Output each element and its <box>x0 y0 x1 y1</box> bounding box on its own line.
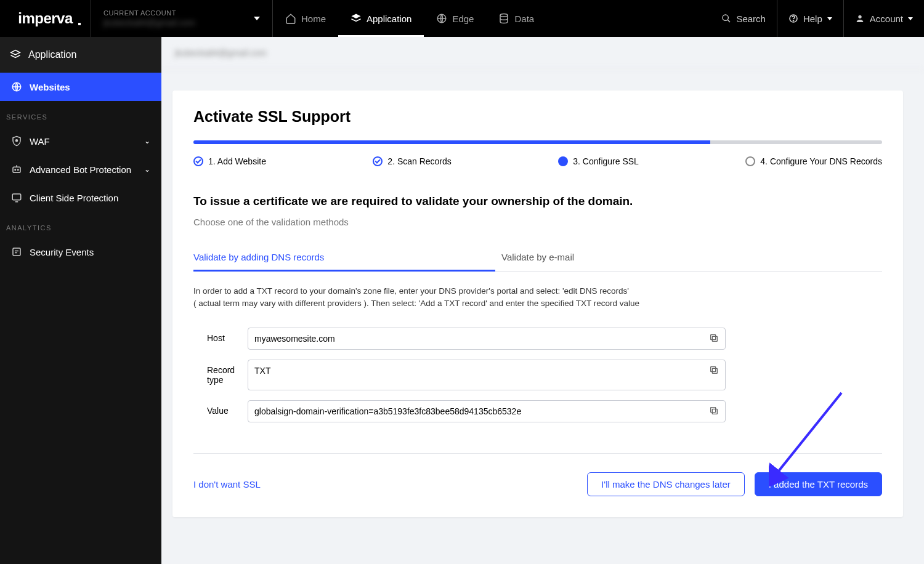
globe-icon <box>11 81 22 92</box>
added-txt-button[interactable]: I added the TXT records <box>755 472 882 496</box>
sub-text: Choose one of the validation methods <box>193 217 882 227</box>
svg-point-9 <box>15 169 16 171</box>
svg-rect-17 <box>712 409 717 414</box>
nav-home-label: Home <box>301 14 326 24</box>
card-footer: I don't want SSL I'll make the DNS chang… <box>193 453 882 496</box>
nav-application[interactable]: Application <box>338 0 424 37</box>
step-label: 1. Add Website <box>208 156 266 166</box>
sidebar-header-label: Application <box>28 49 76 60</box>
no-ssl-link[interactable]: I don't want SSL <box>193 479 261 489</box>
check-icon <box>373 156 383 166</box>
svg-rect-8 <box>13 167 20 172</box>
type-value-box[interactable]: TXT <box>248 360 726 390</box>
current-step-icon <box>558 156 568 166</box>
svg-point-10 <box>18 169 19 171</box>
svg-point-4 <box>793 20 793 21</box>
help-label: Help <box>803 14 822 24</box>
sidebar-item-csp[interactable]: Client Side Protection <box>0 183 161 212</box>
help-icon <box>788 14 798 23</box>
step-2: 2. Scan Records <box>373 156 452 166</box>
globe-icon <box>436 13 447 24</box>
validation-tabs: Validate by adding DNS records Validate … <box>193 244 882 272</box>
tab-email[interactable]: Validate by e-mail <box>495 244 797 271</box>
pending-step-icon <box>745 156 755 166</box>
step-1: 1. Add Website <box>193 156 266 166</box>
step-label: 3. Configure SSL <box>573 156 639 166</box>
layers-icon <box>10 49 21 60</box>
home-icon <box>285 13 296 24</box>
sidebar: Application Websites SERVICES WAF ⌄ Adva… <box>0 37 161 564</box>
search-icon <box>721 14 731 23</box>
value-label: Value <box>207 400 248 416</box>
page-title: Activate SSL Support <box>193 108 882 126</box>
svg-rect-14 <box>711 335 716 340</box>
sidebar-item-label: Websites <box>30 82 70 92</box>
host-value-box[interactable]: myawesomesite.com <box>248 328 726 350</box>
layers-icon <box>351 13 362 24</box>
step-4: 4. Configure Your DNS Records <box>745 156 882 166</box>
chevron-down-icon: ⌄ <box>144 137 150 145</box>
copy-icon[interactable] <box>709 365 719 375</box>
nav-data[interactable]: Data <box>486 0 546 37</box>
steps: 1. Add Website 2. Scan Records 3. Config… <box>193 156 882 166</box>
nav-home[interactable]: Home <box>273 0 338 37</box>
host-label: Host <box>207 328 248 343</box>
account-selector[interactable]: CURRENT ACCOUNT jkubecka84@gmail.com <box>91 0 273 37</box>
progress-bar <box>193 140 882 144</box>
lead-text: To issue a certificate we are required t… <box>193 195 882 208</box>
field-row-value: Value globalsign-domain-verification=a3b… <box>193 400 882 422</box>
top-bar: imperva CURRENT ACCOUNT jkubecka84@gmail… <box>0 0 924 37</box>
instructions-line-1: In order to add a TXT record to your dom… <box>193 286 629 296</box>
chevron-down-icon <box>827 17 832 20</box>
progress-fill <box>193 140 710 144</box>
account-label: Account <box>870 14 903 24</box>
instructions-line-2: ( actual term may vary with different pr… <box>193 299 639 308</box>
nav-data-label: Data <box>514 14 534 24</box>
svg-rect-15 <box>712 368 717 373</box>
account-label: CURRENT ACCOUNT <box>103 9 260 17</box>
nav-edge-label: Edge <box>452 14 474 24</box>
account-button[interactable]: Account <box>843 0 924 37</box>
nav-application-label: Application <box>367 14 411 24</box>
sidebar-item-label: Client Side Protection <box>30 193 118 203</box>
value-value: globalsign-domain-verification=a3b5193fe… <box>254 406 521 416</box>
search-button[interactable]: Search <box>710 0 777 37</box>
primary-nav: Home Application Edge Data <box>273 0 546 37</box>
svg-point-5 <box>858 15 861 18</box>
database-icon <box>498 13 509 24</box>
tab-dns[interactable]: Validate by adding DNS records <box>193 244 495 272</box>
svg-rect-18 <box>711 408 716 413</box>
copy-icon[interactable] <box>709 406 719 416</box>
events-icon <box>11 246 22 257</box>
svg-rect-13 <box>712 336 717 341</box>
sidebar-header: Application <box>0 37 161 73</box>
value-value-box[interactable]: globalsign-domain-verification=a3b5193fe… <box>248 400 726 422</box>
svg-point-1 <box>500 14 508 17</box>
sidebar-item-label: Advanced Bot Protection <box>30 164 131 175</box>
topbar-right: Search Help Account <box>710 0 924 37</box>
check-icon <box>193 156 203 166</box>
bot-icon <box>11 164 22 175</box>
svg-rect-12 <box>13 248 20 256</box>
brand-logo[interactable]: imperva <box>0 0 91 37</box>
field-row-type: Record type TXT <box>193 360 882 390</box>
sidebar-item-websites[interactable]: Websites <box>0 73 161 101</box>
sidebar-section-analytics: ANALYTICS <box>0 212 161 238</box>
svg-point-2 <box>723 15 728 20</box>
main-content: jkubecka84@gmail.com Activate SSL Suppor… <box>161 37 924 564</box>
copy-icon[interactable] <box>709 333 719 343</box>
monitor-shield-icon <box>11 192 22 203</box>
sidebar-item-waf[interactable]: WAF ⌄ <box>0 127 161 155</box>
chevron-down-icon: ⌄ <box>144 165 150 174</box>
svg-rect-11 <box>12 194 21 200</box>
dns-later-button[interactable]: I'll make the DNS changes later <box>587 472 745 496</box>
breadcrumb: jkubecka84@gmail.com <box>161 37 924 70</box>
step-label: 2. Scan Records <box>387 156 452 166</box>
sidebar-item-abp[interactable]: Advanced Bot Protection ⌄ <box>0 155 161 183</box>
chevron-down-icon <box>908 17 913 20</box>
field-row-host: Host myawesomesite.com <box>193 328 882 350</box>
chevron-down-icon <box>254 17 260 20</box>
sidebar-item-events[interactable]: Security Events <box>0 238 161 266</box>
nav-edge[interactable]: Edge <box>424 0 486 37</box>
help-button[interactable]: Help <box>777 0 843 37</box>
